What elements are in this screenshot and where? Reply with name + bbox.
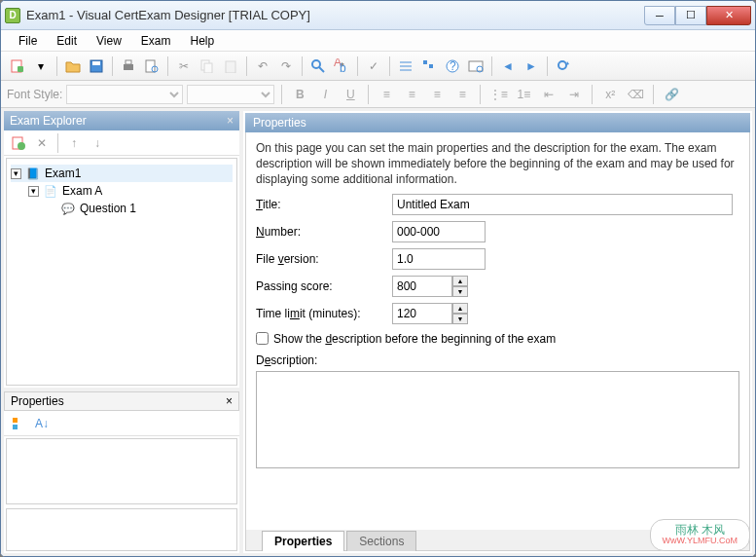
passing-up-button[interactable]: ▲ [452, 276, 468, 286]
close-button[interactable]: ✕ [706, 6, 751, 25]
save-icon[interactable] [86, 56, 107, 77]
tab-properties[interactable]: Properties [262, 531, 344, 551]
time-limit-input[interactable] [392, 303, 452, 324]
svg-point-26 [18, 142, 25, 150]
description-textarea[interactable] [256, 371, 739, 468]
show-description-checkbox[interactable] [256, 332, 269, 345]
refresh-icon[interactable] [553, 56, 574, 77]
collapse-icon[interactable]: ▾ [28, 186, 39, 197]
properties-toolbar: A↓ [4, 411, 239, 436]
svg-point-11 [312, 60, 320, 68]
align-right-icon[interactable]: ≡ [426, 84, 448, 105]
font-style-label: Font Style: [7, 88, 62, 101]
svg-rect-5 [126, 60, 131, 64]
properties-grid[interactable] [6, 438, 237, 504]
timelimit-up-button[interactable]: ▲ [452, 303, 468, 314]
intro-text: On this page you can set the main proper… [256, 140, 739, 188]
open-icon[interactable] [62, 56, 84, 77]
redo-icon[interactable]: ↷ [275, 56, 297, 77]
align-justify-icon[interactable]: ≡ [451, 84, 473, 105]
underline-icon[interactable]: U [340, 84, 361, 105]
bold-icon[interactable]: B [289, 84, 310, 105]
collapse-icon[interactable]: ▾ [11, 168, 21, 179]
paste-icon[interactable] [220, 56, 241, 77]
description-label: Description: [256, 353, 739, 367]
new-exam-icon[interactable] [7, 56, 28, 77]
menu-view[interactable]: View [89, 32, 129, 50]
exam-tree[interactable]: ▾ 📘 Exam1 ▾ 📄 Exam A 💬 Question 1 [6, 158, 237, 386]
properties-description [6, 508, 237, 551]
spellcheck-icon[interactable]: ✓ [363, 56, 384, 77]
tree-root[interactable]: ▾ 📘 Exam1 [11, 165, 233, 182]
properties-close-icon[interactable]: × [226, 394, 233, 408]
tree-question-1-label: Question 1 [80, 202, 136, 215]
svg-rect-27 [13, 418, 18, 423]
cut-icon[interactable]: ✂ [173, 56, 195, 77]
passing-score-input[interactable] [392, 276, 452, 297]
print-preview-icon[interactable] [141, 56, 162, 77]
format-toolbar: Font Style: B I U ≡ ≡ ≡ ≡ ⋮≡ 1≡ ⇤ ⇥ x² ⌫… [1, 81, 755, 108]
title-input[interactable] [392, 194, 733, 215]
font-size-select[interactable] [187, 85, 274, 104]
menu-exam[interactable]: Exam [133, 32, 179, 50]
timelimit-down-button[interactable]: ▼ [452, 314, 468, 324]
nav-back-icon[interactable]: ◄ [497, 56, 519, 77]
explorer-close-icon[interactable]: × [227, 114, 234, 128]
tree-exam-a-label: Exam A [62, 184, 102, 198]
svg-point-24 [558, 61, 566, 69]
categorized-icon[interactable] [8, 413, 29, 434]
copy-icon[interactable] [197, 56, 218, 77]
clear-format-icon[interactable]: ⌫ [625, 84, 646, 105]
italic-icon[interactable]: I [314, 84, 336, 105]
undo-icon[interactable]: ↶ [252, 56, 273, 77]
title-label: Title: [256, 198, 392, 211]
delete-node-icon[interactable]: ✕ [31, 132, 53, 154]
tab-sections[interactable]: Sections [346, 531, 416, 551]
link-icon[interactable]: 🔗 [661, 84, 682, 105]
menu-edit[interactable]: Edit [49, 32, 85, 50]
tree-question-1[interactable]: 💬 Question 1 [11, 200, 233, 217]
font-family-select[interactable] [66, 85, 183, 104]
alphabetical-icon[interactable]: A↓ [31, 413, 53, 434]
replace-icon[interactable]: Ab [331, 56, 352, 77]
numbering-icon[interactable]: 1≡ [513, 84, 534, 105]
watermark-text2: WwW.YLMFU.CoM [663, 537, 738, 546]
list-icon[interactable] [395, 56, 416, 77]
find-icon[interactable] [307, 56, 329, 77]
bullets-icon[interactable]: ⋮≡ [487, 84, 509, 105]
right-panel-title: Properties [253, 116, 306, 130]
svg-rect-28 [13, 425, 18, 429]
nav-fwd-icon[interactable]: ► [521, 56, 542, 77]
subscript-icon[interactable]: x² [599, 84, 621, 105]
show-description-label: Show the description before the beginnin… [273, 332, 556, 346]
align-left-icon[interactable]: ≡ [376, 84, 397, 105]
new-dropdown-icon[interactable]: ▾ [30, 56, 52, 77]
tree-exam-a[interactable]: ▾ 📄 Exam A [11, 182, 233, 200]
add-node-icon[interactable] [8, 132, 29, 154]
menubar: File Edit View Exam Help [1, 30, 755, 52]
properties-form: On this page you can set the main proper… [245, 132, 750, 530]
watermark: 雨林 木风 WwW.YLMFU.CoM [650, 519, 751, 551]
tree-icon[interactable] [418, 56, 440, 77]
move-up-icon[interactable]: ↑ [63, 132, 85, 154]
maximize-button[interactable]: ☐ [675, 6, 706, 25]
file-version-input[interactable] [392, 248, 486, 270]
menu-help[interactable]: Help [183, 32, 223, 50]
outdent-icon[interactable]: ⇤ [538, 84, 559, 105]
indent-icon[interactable]: ⇥ [563, 84, 585, 105]
svg-rect-19 [429, 64, 433, 68]
number-input[interactable] [392, 221, 486, 242]
move-down-icon[interactable]: ↓ [87, 132, 108, 154]
print-icon[interactable] [118, 56, 139, 77]
section-icon: 📄 [43, 183, 58, 199]
svg-line-12 [319, 67, 324, 72]
preview-icon[interactable] [465, 56, 486, 77]
svg-rect-1 [18, 66, 23, 72]
help-icon[interactable]: ? [442, 56, 463, 77]
align-center-icon[interactable]: ≡ [401, 84, 422, 105]
minimize-button[interactable]: ─ [644, 6, 675, 25]
menu-file[interactable]: File [11, 32, 45, 50]
passing-down-button[interactable]: ▼ [452, 286, 468, 297]
right-panel-header: Properties [245, 113, 750, 132]
time-limit-label: Time limit (minutes): [256, 307, 392, 320]
